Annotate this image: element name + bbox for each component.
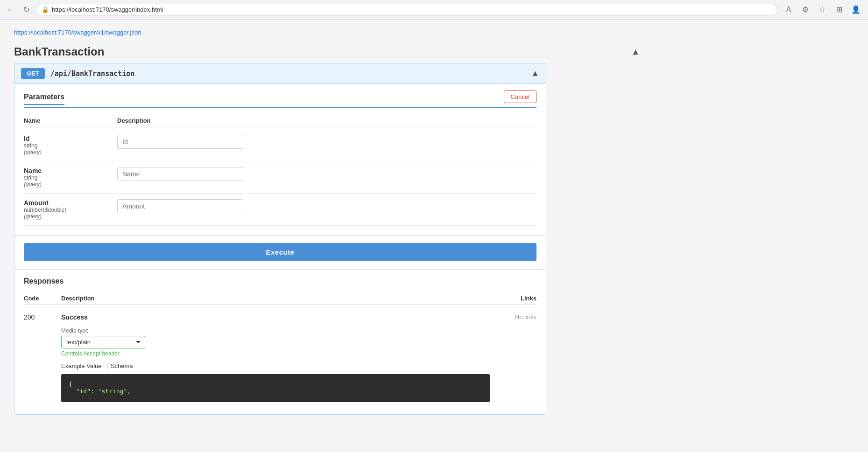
params-header: Parameters Cancel	[24, 84, 536, 108]
account-button[interactable]: 👤	[849, 3, 862, 16]
param-type-name: string	[24, 174, 117, 181]
param-name-col-name: Name string (query)	[24, 167, 117, 188]
param-input-amount[interactable]	[117, 199, 243, 213]
param-desc-name	[117, 167, 536, 181]
section-collapse-button[interactable]: ▲	[631, 47, 640, 57]
media-type-select[interactable]: text/plain application/json text/json	[61, 336, 145, 348]
param-desc-amount	[117, 199, 536, 213]
name-col-header: Name	[24, 117, 117, 124]
example-value-tabs: Example Value | Schema	[61, 362, 490, 369]
tab-divider: |	[105, 362, 110, 369]
endpoint-left: GET /api/BankTransaction	[21, 68, 134, 79]
params-title: Parameters	[24, 93, 64, 105]
response-row-200: 200 Success Media type text/plain applic…	[24, 309, 536, 407]
param-location-name: (query)	[24, 181, 117, 188]
code-sample: { "id": "string",	[61, 374, 490, 402]
address-bar[interactable]: 🔒 https://localhost:7170/swagger/index.h…	[35, 4, 778, 15]
browser-actions: A ⚙ ☆ ⊞ 👤	[782, 3, 862, 16]
param-location-id: (query)	[24, 149, 117, 155]
endpoint-path: /api/BankTransaction	[50, 70, 135, 78]
params-table-header: Name Description	[24, 114, 536, 127]
response-desc-col: Success Media type text/plain applicatio…	[61, 313, 490, 402]
responses-section: Responses Code Description Links 200 Suc…	[14, 269, 546, 414]
param-type-amount: number($double)	[24, 207, 117, 213]
accept-header-note: Controls Accept header.	[61, 350, 490, 357]
swagger-json-link[interactable]: https://localhost:7170/swagger/v1/swagge…	[14, 29, 640, 36]
param-input-name[interactable]	[117, 167, 243, 181]
response-links: No links	[490, 313, 536, 320]
back-button[interactable]: ←	[6, 4, 17, 15]
responses-title: Responses	[24, 277, 536, 285]
execute-section: Execute	[14, 235, 546, 269]
param-name-amount: Amount	[24, 199, 117, 207]
section-title: BankTransaction	[14, 45, 104, 58]
param-location-amount: (query)	[24, 213, 117, 220]
cancel-button[interactable]: Cancel	[504, 90, 536, 103]
endpoint-collapse-button[interactable]: ▲	[531, 69, 539, 78]
response-description: Success	[61, 313, 490, 321]
endpoint-header: GET /api/BankTransaction ▲	[14, 63, 546, 84]
execute-button[interactable]: Execute	[24, 243, 536, 261]
method-badge: GET	[21, 68, 45, 79]
param-name-name: Name	[24, 167, 117, 174]
lock-icon: 🔒	[42, 6, 49, 13]
page-content: https://localhost:7170/swagger/v1/swagge…	[0, 20, 654, 424]
address-text: https://localhost:7170/swagger/index.htm…	[52, 6, 163, 13]
param-row-name: Name string (query)	[24, 161, 536, 194]
param-name-col-amount: Amount number($double) (query)	[24, 199, 117, 220]
parameters-section: Parameters Cancel Name Description Id st…	[14, 84, 546, 235]
param-type-id: string	[24, 142, 117, 149]
bank-transaction-section: BankTransaction ▲	[14, 45, 640, 58]
param-desc-id	[117, 135, 536, 149]
description-col-header: Description	[117, 117, 536, 124]
schema-tab[interactable]: Schema	[111, 362, 137, 369]
param-input-id[interactable]	[117, 135, 243, 149]
param-row-amount: Amount number($double) (query)	[24, 194, 536, 226]
reload-button[interactable]: ↻	[21, 4, 32, 15]
param-name-id: Id	[24, 135, 117, 142]
responses-table-header: Code Description Links	[24, 292, 536, 305]
collections-button[interactable]: ⊞	[833, 3, 846, 16]
param-name-col-id: Id string (query)	[24, 135, 117, 155]
api-block: GET /api/BankTransaction ▲ Parameters Ca…	[14, 63, 546, 415]
code-col-header: Code	[24, 295, 61, 302]
favorites-button[interactable]: ☆	[816, 3, 829, 16]
response-code-200: 200	[24, 313, 61, 321]
desc-col-header: Description	[61, 295, 490, 302]
media-type-label: Media type	[61, 327, 490, 334]
browser-chrome: ← ↻ 🔒 https://localhost:7170/swagger/ind…	[0, 0, 868, 20]
param-row-id: Id string (query)	[24, 129, 536, 161]
example-value-tab[interactable]: Example Value	[61, 362, 105, 369]
links-col-header: Links	[490, 295, 536, 302]
extensions-button[interactable]: A	[782, 3, 795, 16]
profile-button[interactable]: ⚙	[799, 3, 812, 16]
